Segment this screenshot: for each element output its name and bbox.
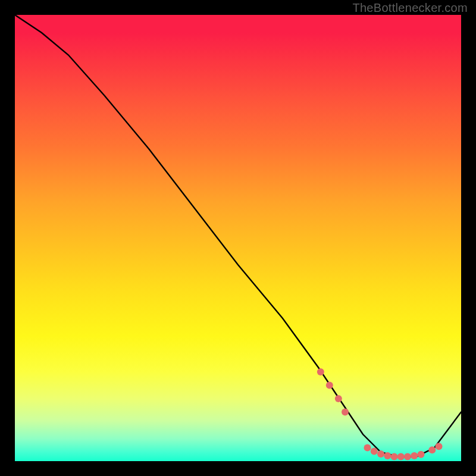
plot-area (15, 15, 461, 461)
highlight-dot (436, 443, 443, 450)
highlight-dot (317, 368, 324, 375)
highlight-dot (342, 409, 349, 416)
highlight-dot (404, 453, 411, 461)
highlight-dot (384, 452, 391, 459)
highlight-dot (428, 446, 436, 453)
highlight-dot (411, 452, 418, 459)
attribution-text: TheBottlenecker.com (352, 1, 468, 15)
bottleneck-curve (15, 15, 461, 457)
highlight-dot (364, 444, 371, 452)
curve-layer (15, 15, 461, 461)
chart-stage: TheBottlenecker.com (0, 0, 476, 476)
highlight-dots (317, 368, 443, 461)
highlight-dot (335, 395, 342, 402)
highlight-dot (377, 450, 384, 458)
highlight-dot (371, 448, 378, 455)
highlight-dot (326, 382, 333, 389)
highlight-dot (391, 453, 398, 461)
highlight-dot (418, 451, 425, 458)
highlight-dot (397, 453, 405, 461)
